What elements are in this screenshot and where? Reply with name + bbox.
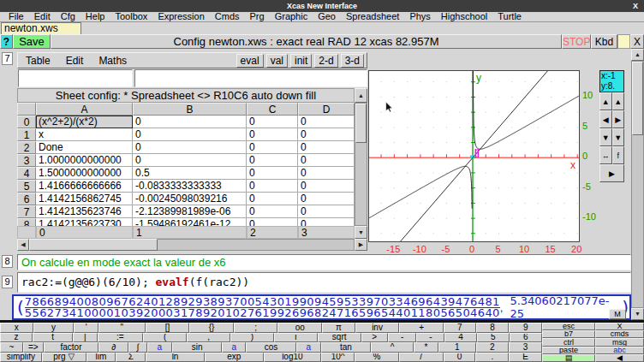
cell-C0[interactable]: 0 (247, 116, 298, 128)
key-t[interactable]: t (33, 333, 73, 343)
key-3[interactable]: 3 (509, 342, 542, 353)
cell-D1[interactable]: 0 (298, 128, 355, 141)
sheet-menu-table[interactable]: Table (18, 55, 58, 67)
cell-A3[interactable]: 1.0000000000000 (36, 154, 133, 167)
key-a[interactable]: a (296, 342, 321, 353)
sheet-menu-maths[interactable]: Maths (91, 55, 134, 67)
key-∫[interactable]: ∫ (128, 342, 147, 353)
col-header-B[interactable]: B (133, 103, 247, 116)
key-∂[interactable]: ∂ (98, 342, 128, 353)
key-E[interactable]: E (509, 353, 542, 362)
cell-D3[interactable]: 0 (298, 154, 355, 167)
row-header-0[interactable]: 0 (17, 116, 36, 128)
key-tan[interactable]: tan (321, 342, 372, 353)
key-inv[interactable]: inv (355, 323, 400, 333)
key-prg ▽[interactable]: prg ▽ (42, 353, 86, 362)
key-8[interactable]: 8 (476, 323, 510, 333)
cell-B2[interactable]: 0 (133, 141, 247, 154)
key-b7[interactable]: b7 (542, 330, 595, 338)
row-header-3[interactable]: 3 (17, 154, 36, 167)
menu-prg[interactable]: Prg (245, 12, 270, 21)
key-oo[interactable]: oo (277, 323, 322, 333)
menu-highschool[interactable]: Highschool (436, 12, 492, 21)
row-header-7[interactable]: 7 (17, 205, 36, 218)
window-close-icon[interactable]: X (633, 0, 638, 12)
key-([interactable]: ( (143, 333, 187, 343)
row-header-5[interactable]: 5 (17, 180, 36, 193)
help-button[interactable]: ? (0, 34, 13, 49)
key-%[interactable]: % (355, 353, 399, 362)
cell-D6[interactable]: 0 (298, 193, 355, 205)
key-π[interactable]: π (322, 323, 355, 333)
sheet-button-3-d[interactable]: 3-d (341, 54, 364, 68)
key-/[interactable]: / (399, 353, 444, 362)
key-)[interactable]: ) (230, 333, 274, 343)
cell-B7[interactable]: -2.12389981989e-06 (133, 205, 247, 218)
col-header-A[interactable]: A (36, 103, 133, 116)
key-a[interactable]: a (222, 342, 246, 353)
key-i[interactable]: i (274, 333, 318, 343)
cell-B1[interactable]: 0 (133, 128, 247, 141)
sheet-button-2-d[interactable]: 2-d (314, 54, 337, 68)
cell-A4[interactable]: 1.5000000000000 (36, 167, 133, 180)
key-,[interactable]: , (187, 333, 230, 343)
key-▤[interactable]: ▤ (542, 354, 595, 362)
sheet-scroll-up-icon[interactable]: ▲ (355, 88, 367, 103)
autoscale-button[interactable]: f (612, 146, 625, 164)
cell-C1[interactable]: 0 (247, 128, 298, 141)
entry-9-commandline[interactable]: rac2:=(g@@6)(6/10); evalf(f(rac2)) (17, 272, 631, 293)
key-factor[interactable]: factor (44, 342, 99, 353)
sheet-hscroll-thumb[interactable] (29, 239, 158, 251)
key-1[interactable]: 1 (438, 342, 476, 353)
cell-D7[interactable]: 0 (298, 205, 355, 218)
key-~[interactable]: ~ (0, 342, 23, 353)
key-sqrt[interactable]: sqrt (318, 333, 361, 343)
key->[interactable]: > (361, 333, 388, 343)
cell-A0[interactable]: (x^2+2)/(x*2) (36, 116, 133, 128)
key-10^[interactable]: 10^ (321, 353, 355, 362)
cell-A1[interactable]: x (36, 128, 133, 141)
cell-A6[interactable]: 1.4142156862745 (36, 193, 133, 205)
menu-file[interactable]: File (3, 12, 29, 21)
key-.[interactable]: . (475, 353, 509, 362)
sheet-button-eval[interactable]: eval (236, 54, 264, 68)
cell-B6[interactable]: -0.00245098039216 (133, 193, 247, 205)
key-paste[interactable]: paste (542, 347, 595, 354)
cell-B8[interactable]: -1.59486192461e-12 (133, 218, 247, 226)
cell-A2[interactable]: Done (36, 141, 133, 154)
key-x[interactable]: x (0, 323, 33, 333)
key-9[interactable]: 9 (509, 323, 542, 333)
key-:=[interactable]: := (98, 333, 144, 343)
key-lim[interactable]: lim (86, 353, 116, 362)
key-=>[interactable]: => (23, 342, 44, 353)
key-{}[interactable]: {} (189, 323, 234, 333)
cell-C5[interactable]: 0 (247, 180, 298, 193)
key-7[interactable]: 7 (444, 323, 476, 333)
menu-geo[interactable]: Geo (313, 12, 341, 21)
cell-A7[interactable]: 1.4142135623746 (36, 205, 133, 218)
cell-A8[interactable]: 1.4142135623730 (36, 218, 133, 226)
key--[interactable]: - (388, 333, 416, 343)
tab-newton[interactable]: newton.xws (1, 22, 81, 34)
sheet-button-val[interactable]: val (266, 54, 288, 68)
cell-B4[interactable]: 0.5 (133, 167, 247, 180)
pan-horizontal-button[interactable]: ▶ (612, 110, 625, 128)
cell-A5[interactable]: 1.4166666666666 (36, 180, 133, 193)
key-ctrl[interactable]: ctrl (542, 338, 595, 346)
key-esc[interactable]: esc (542, 323, 595, 330)
config-button[interactable]: Config newton.xws : exact real RAD 12 xc… (51, 34, 562, 49)
key-z[interactable]: z (0, 333, 33, 343)
key-[][interactable]: [] (146, 323, 190, 333)
key-simplify[interactable]: simplify (0, 353, 42, 362)
menu-graphic[interactable]: Graphic (270, 12, 313, 21)
stop-button[interactable]: STOP (562, 34, 591, 49)
menu-help[interactable]: Help (80, 12, 110, 21)
cell-formula-input[interactable] (134, 69, 367, 87)
animate-button[interactable]: ▶ (599, 164, 624, 182)
cell-B0[interactable]: 0 (133, 116, 247, 128)
key-a[interactable]: a (147, 342, 172, 353)
key--[interactable]: - (416, 333, 444, 343)
row-header-1[interactable]: 1 (17, 128, 36, 141)
sheet-config-bar[interactable]: Sheet config: * Spreadsheet <> R10C6 aut… (17, 88, 355, 103)
col-header-C[interactable]: C (247, 103, 298, 116)
